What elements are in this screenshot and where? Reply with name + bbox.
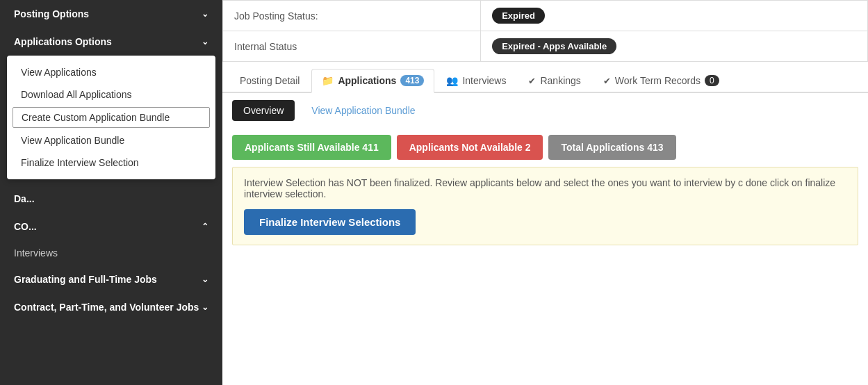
posting-options-label: Posting Options [14,8,89,19]
menu-item-finalize-interview[interactable]: Finalize Interview Selection [7,151,215,174]
applications-badge: 413 [400,75,424,86]
work-term-badge: 0 [705,75,719,86]
applications-dropdown-menu: View Applications Download All Applicati… [7,56,215,179]
posting-options-header[interactable]: Posting Options ⌄ [0,0,222,28]
status-table: Job Posting Status: Expired Internal Sta… [222,0,868,62]
internal-status-row: Internal Status Expired - Apps Available [223,31,868,62]
menu-item-view-bundle[interactable]: View Application Bundle [7,129,215,151]
sidebar-item-graduating-label: Graduating and Full-Time Jobs [14,274,157,285]
chevron-down-icon-graduating: ⌄ [202,275,208,284]
job-posting-status-row: Job Posting Status: Expired [223,1,868,31]
tab-rankings[interactable]: Rankings [518,69,591,92]
sidebar-item-graduating-jobs[interactable]: Graduating and Full-Time Jobs ⌄ [0,265,222,293]
sidebar-item-interviews-label: Interviews [14,247,58,259]
internal-status-value-cell: Expired - Apps Available [481,31,868,62]
tab-posting-detail-label: Posting Detail [240,75,300,86]
tab-rankings-label: Rankings [540,75,580,86]
tab-work-term-records[interactable]: Work Term Records 0 [593,69,730,92]
sidebar-item-co[interactable]: CO... ⌃ [0,213,222,240]
group-icon [446,75,458,86]
applications-options-chevron: ⌄ [202,37,208,47]
menu-item-view-applications[interactable]: View Applications [7,61,215,83]
menu-item-create-custom[interactable]: Create Custom Application Bundle [13,107,210,128]
finalize-interview-button[interactable]: Finalize Interview Selections [244,209,416,235]
tab-applications[interactable]: Applications 413 [311,69,434,93]
sidebar-item-interviews[interactable]: Interviews [0,240,222,265]
view-application-bundle-link[interactable]: View Application Bundle [300,100,426,121]
tab-applications-label: Applications [338,75,396,86]
sidebar: Posting Options ⌄ Applications Options ⌄… [0,0,222,385]
sidebar-item-contract-label: Contract, Part-Time, and Volunteer Jobs [14,302,199,313]
job-posting-status-value-cell: Expired [481,1,868,31]
job-posting-status-label: Job Posting Status: [223,1,481,31]
main-content: Job Posting Status: Expired Internal Sta… [222,0,868,385]
stat-total: Total Applications 413 [548,135,675,160]
sidebar-item-dashboard[interactable]: Da... [0,185,222,213]
applications-options-header[interactable]: Applications Options ⌄ [0,28,222,56]
tab-posting-detail[interactable]: Posting Detail [229,69,310,92]
tabs-bar: Posting Detail Applications 413 Intervie… [222,69,868,93]
tab-interviews[interactable]: Interviews [436,69,516,92]
tab-interviews-label: Interviews [462,75,506,86]
stat-not-available: Applicants Not Available 2 [397,135,543,160]
applications-options-label: Applications Options [14,36,112,47]
stats-row: Applicants Still Available 411 Applicant… [222,128,868,167]
stat-still-available: Applicants Still Available 411 [232,135,391,160]
folder-icon [322,75,334,86]
overview-button[interactable]: Overview [232,100,295,121]
tab-work-term-label: Work Term Records [615,75,701,86]
notice-text: Interview Selection has NOT been finaliz… [244,177,846,199]
chevron-up-icon: ⌃ [202,222,208,231]
internal-status-label: Internal Status [223,31,481,62]
chevron-down-icon-contract: ⌄ [202,302,208,312]
posting-options-chevron: ⌄ [202,9,208,19]
sub-nav: Overview View Application Bundle [222,93,868,128]
sidebar-item-contract-jobs[interactable]: Contract, Part-Time, and Volunteer Jobs … [0,293,222,321]
check-icon-rankings [528,75,536,86]
sidebar-item-co-label: CO... [14,221,37,232]
menu-item-download-all[interactable]: Download All Applications [7,83,215,106]
check-icon-workterm [603,75,611,86]
internal-status-badge: Expired - Apps Available [492,38,616,54]
job-posting-status-badge: Expired [492,8,545,24]
notice-box: Interview Selection has NOT been finaliz… [232,167,858,245]
sidebar-item-dashboard-label: Da... [14,193,35,204]
